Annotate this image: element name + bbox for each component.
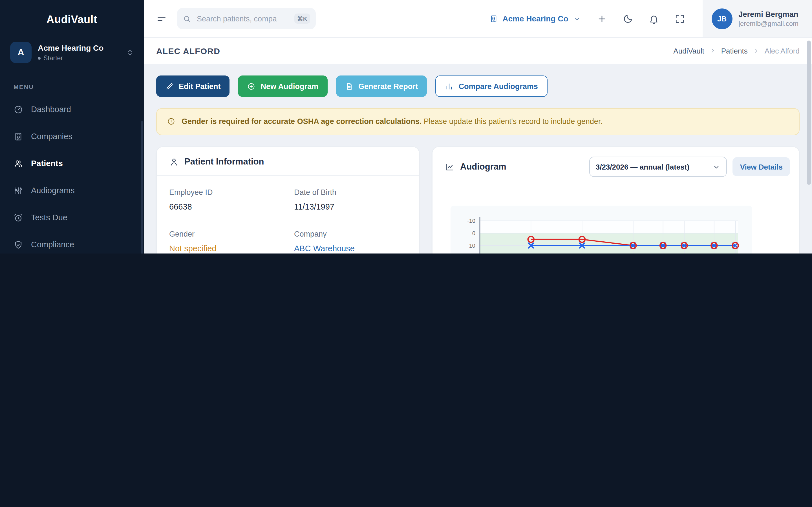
sidebar-item-dashboard[interactable]: Dashboard — [0, 96, 144, 123]
new-audiogram-button[interactable]: New Audiogram — [238, 75, 327, 97]
plus-icon — [597, 13, 607, 24]
compare-audiograms-button[interactable]: Compare Audiograms — [436, 75, 548, 97]
field-company: Company ABC Warehouse — [294, 230, 407, 253]
patient-info-body: Employee ID 66638 Date of Birth 11/13/19… — [157, 176, 419, 253]
breadcrumb-current: Alec Alford — [765, 47, 800, 55]
svg-text:10: 10 — [469, 242, 475, 249]
pencil-icon — [165, 82, 174, 91]
search-input[interactable] — [196, 14, 290, 23]
audiogram-card: Audiogram 3/23/2026 — annual (latest) Vi… — [432, 147, 800, 253]
action-bar: Edit Patient New Audiogram Generate Repo… — [156, 75, 800, 97]
dark-mode-toggle[interactable] — [622, 13, 633, 24]
alert-circle-icon — [167, 117, 175, 126]
generate-report-button[interactable]: Generate Report — [336, 75, 427, 97]
company-link[interactable]: ABC Warehouse — [294, 243, 407, 253]
breadcrumb-audivault[interactable]: AudiVault — [673, 47, 704, 55]
org-selector[interactable]: A Acme Hearing Co Starter — [0, 37, 144, 72]
patients-icon — [13, 159, 23, 168]
avatar: JB — [712, 8, 732, 29]
company-switcher[interactable]: Acme Hearing Co — [490, 14, 581, 23]
file-text-icon — [345, 82, 353, 91]
sidebar-scrollbar[interactable] — [141, 121, 143, 253]
audiogram-chart: -1001020304050607080901001101202505001k2… — [451, 206, 752, 253]
person-icon — [169, 157, 179, 166]
page-title: ALEC ALFORD — [156, 46, 220, 55]
audiogram-controls: 3/23/2026 — annual (latest) View Details — [590, 157, 790, 177]
shield-check-icon — [13, 240, 23, 249]
sidebar-item-compliance[interactable]: Compliance — [0, 231, 144, 253]
chevron-down-icon — [712, 163, 721, 171]
chevron-up-down-icon — [125, 48, 135, 57]
building-icon — [490, 14, 498, 23]
patient-info-header: Patient Information — [157, 147, 419, 176]
user-email: jeremib@gmail.com — [739, 19, 799, 27]
breadcrumb-patients[interactable]: Patients — [721, 47, 748, 55]
field-employee-id: Employee ID 66638 — [169, 188, 282, 213]
topbar-right: Acme Hearing Co JB Jeremi Bergman jeremi… — [490, 0, 812, 37]
sidebar-item-audiograms[interactable]: Audiograms — [0, 177, 144, 204]
chevron-down-icon — [573, 14, 581, 23]
sidebar-toggle-button[interactable] — [156, 13, 167, 24]
menu-section-label: MENU — [0, 72, 144, 96]
audiogram-header: Audiogram 3/23/2026 — annual (latest) Vi… — [433, 147, 799, 185]
global-search: ⌘K — [177, 8, 316, 29]
topbar: ⌘K Acme Hearing Co JB Jeremi Bergman jer… — [144, 0, 812, 38]
main-area: ⌘K Acme Hearing Co JB Jeremi Bergman jer… — [144, 0, 812, 253]
menu-icon — [156, 13, 167, 24]
breadcrumb: AudiVault Patients Alec Alford — [673, 47, 800, 55]
app-logo: AudiVault — [0, 0, 144, 37]
chevron-right-icon — [709, 47, 716, 54]
field-gender: Gender Not specified — [169, 230, 282, 253]
gender-warning-banner: Gender is required for accurate OSHA age… — [156, 108, 800, 135]
bell-icon — [649, 13, 659, 24]
audiogram-select[interactable]: 3/23/2026 — annual (latest) — [590, 157, 727, 177]
sidebar-item-patients[interactable]: Patients — [0, 150, 144, 177]
edit-patient-button[interactable]: Edit Patient — [156, 75, 230, 97]
plus-circle-icon — [247, 82, 256, 91]
sliders-icon — [13, 186, 23, 195]
patient-info-card: Patient Information Employee ID 66638 Da… — [156, 147, 419, 253]
org-avatar: A — [10, 42, 32, 63]
fullscreen-icon — [674, 13, 685, 24]
building-icon — [13, 131, 23, 141]
view-details-button[interactable]: View Details — [733, 157, 790, 176]
page-scrollbar[interactable] — [807, 41, 811, 185]
cards-row: Patient Information Employee ID 66638 Da… — [156, 147, 800, 253]
sidebar-item-tests-due[interactable]: Tests Due — [0, 204, 144, 231]
chevron-right-icon — [753, 47, 760, 54]
user-name: Jeremi Bergman — [739, 10, 799, 18]
page-header: ALEC ALFORD AudiVault Patients Alec Alfo… — [144, 38, 812, 64]
fullscreen-button[interactable] — [674, 13, 685, 24]
bar-chart-icon — [445, 82, 454, 91]
audiogram-plot: -1001020304050607080901001101202505001k2… — [451, 206, 752, 253]
alarm-clock-icon — [13, 213, 23, 222]
gauge-icon — [13, 105, 23, 114]
org-name: Acme Hearing Co — [38, 43, 103, 52]
notifications-button[interactable] — [649, 13, 659, 24]
sidebar-item-companies[interactable]: Companies — [0, 123, 144, 150]
warning-text: Gender is required for accurate OSHA age… — [182, 117, 603, 127]
page-content: Edit Patient New Audiogram Generate Repo… — [144, 64, 812, 253]
moon-icon — [622, 13, 633, 24]
plan-dot — [38, 57, 41, 59]
search-icon — [183, 14, 191, 23]
svg-text:0: 0 — [472, 230, 475, 236]
chart-line-icon — [445, 162, 455, 172]
org-plan: Starter — [38, 55, 103, 61]
sidebar: AudiVault A Acme Hearing Co Starter MENU… — [0, 0, 144, 253]
search-shortcut-badge: ⌘K — [294, 13, 310, 24]
svg-text:-10: -10 — [467, 218, 475, 224]
add-button[interactable] — [597, 13, 607, 24]
user-menu[interactable]: JB Jeremi Bergman jeremib@gmail.com — [703, 0, 812, 37]
field-date-of-birth: Date of Birth 11/13/1997 — [294, 188, 407, 213]
app-window: AudiVault A Acme Hearing Co Starter MENU… — [0, 0, 812, 253]
